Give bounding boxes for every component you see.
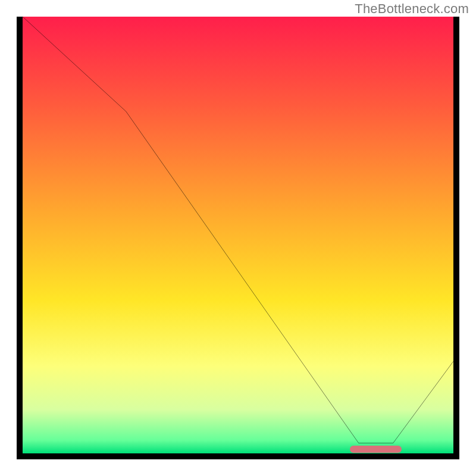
gradient-rect <box>23 17 453 453</box>
chart-background-gradient <box>23 17 453 453</box>
axis-bottom <box>17 453 459 459</box>
axis-right <box>453 17 459 459</box>
chart-frame <box>17 17 459 459</box>
watermark-text: TheBottleneck.com <box>355 1 469 17</box>
gradient-svg <box>23 17 453 453</box>
axis-left <box>17 17 23 459</box>
